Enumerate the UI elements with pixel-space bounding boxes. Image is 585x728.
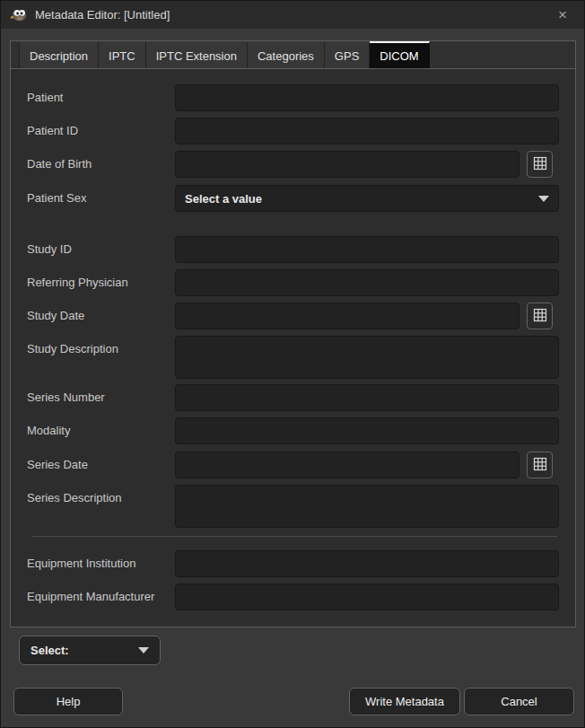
tab-iptc[interactable]: IPTC bbox=[99, 41, 146, 68]
date-of-birth-label: Date of Birth bbox=[27, 151, 92, 178]
study-date-input[interactable] bbox=[175, 303, 520, 329]
calendar-grid-icon bbox=[533, 156, 547, 173]
chevron-down-icon bbox=[138, 647, 149, 653]
study-description-textarea[interactable] bbox=[175, 336, 559, 379]
date-of-birth-calendar-button[interactable] bbox=[527, 151, 553, 178]
series-date-label: Series Date bbox=[27, 452, 88, 478]
tab-description[interactable]: Description bbox=[19, 41, 99, 68]
series-description-label: Series Description bbox=[27, 485, 122, 512]
tab-iptc-extension[interactable]: IPTC Extension bbox=[146, 41, 248, 68]
titlebar: Metadata Editor: [Untitled] × bbox=[1, 1, 584, 29]
tab-categories[interactable]: Categories bbox=[248, 41, 325, 68]
study-id-label: Study ID bbox=[27, 236, 72, 263]
patient-label: Patient bbox=[27, 84, 63, 111]
series-date-calendar-button[interactable] bbox=[527, 452, 553, 478]
window-title: Metadata Editor: [Untitled] bbox=[35, 8, 170, 22]
patient-id-input[interactable] bbox=[175, 118, 559, 145]
series-date-input[interactable] bbox=[175, 452, 520, 478]
tab-strip: Description IPTC IPTC Extension Categori… bbox=[11, 41, 575, 68]
chevron-down-icon bbox=[538, 196, 549, 202]
equipment-institution-input[interactable] bbox=[175, 550, 559, 577]
tab-dicom[interactable]: DICOM bbox=[370, 41, 429, 68]
equipment-manufacturer-label: Equipment Manufacturer bbox=[27, 583, 154, 610]
equipment-institution-label: Equipment Institution bbox=[27, 550, 135, 577]
write-metadata-button[interactable]: Write Metadata bbox=[349, 688, 460, 715]
help-button[interactable]: Help bbox=[13, 688, 123, 715]
tab-gps[interactable]: GPS bbox=[325, 41, 370, 68]
study-description-label: Study Description bbox=[27, 336, 118, 363]
close-icon[interactable]: × bbox=[550, 4, 575, 26]
cancel-button[interactable]: Cancel bbox=[464, 688, 574, 715]
study-date-calendar-button[interactable] bbox=[527, 303, 553, 329]
metadata-editor-window: Metadata Editor: [Untitled] × Descriptio… bbox=[0, 0, 585, 728]
date-of-birth-input[interactable] bbox=[175, 151, 520, 178]
study-id-input[interactable] bbox=[175, 236, 559, 263]
referring-physician-input[interactable] bbox=[175, 269, 559, 296]
patient-sex-label: Patient Sex bbox=[27, 185, 87, 212]
calendar-grid-icon bbox=[533, 308, 547, 325]
patient-input[interactable] bbox=[175, 84, 559, 111]
equipment-manufacturer-input[interactable] bbox=[175, 583, 559, 610]
dicom-form: Patient Patient ID Date of Birth bbox=[11, 68, 575, 627]
series-number-label: Series Number bbox=[27, 384, 105, 411]
footer-select-label: Select: bbox=[31, 644, 69, 657]
metadata-notebook: Description IPTC IPTC Extension Categori… bbox=[10, 40, 576, 627]
patient-sex-selected-value: Select a value bbox=[185, 192, 262, 206]
series-number-input[interactable] bbox=[175, 384, 559, 411]
gimp-wilber-icon bbox=[10, 8, 28, 22]
patient-sex-select[interactable]: Select a value bbox=[175, 185, 559, 212]
study-date-label: Study Date bbox=[27, 303, 84, 329]
modality-label: Modality bbox=[27, 417, 70, 444]
patient-id-label: Patient ID bbox=[27, 118, 78, 145]
footer-select-dropdown[interactable]: Select: bbox=[19, 636, 161, 665]
calendar-grid-icon bbox=[533, 457, 547, 474]
referring-physician-label: Referring Physician bbox=[27, 269, 128, 296]
section-separator bbox=[32, 536, 557, 537]
modality-input[interactable] bbox=[175, 417, 559, 444]
series-description-textarea[interactable] bbox=[175, 485, 559, 528]
